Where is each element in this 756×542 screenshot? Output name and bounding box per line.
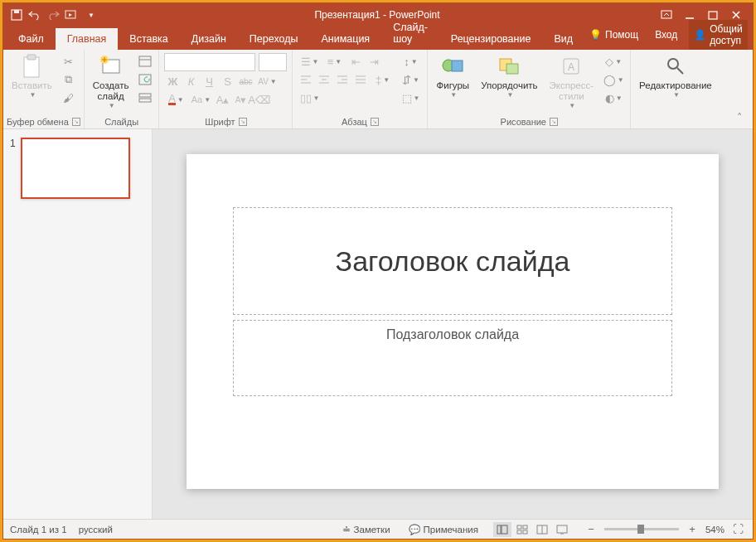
- normal-view-button[interactable]: [493, 522, 511, 537]
- zoom-handle[interactable]: [637, 525, 644, 534]
- start-from-beginning-icon[interactable]: [65, 8, 78, 22]
- shrink-font-button[interactable]: A▾: [232, 91, 249, 108]
- notes-icon: ≐: [342, 524, 351, 535]
- notes-button[interactable]: ≐Заметки: [339, 522, 394, 537]
- tab-file[interactable]: Файл: [7, 28, 56, 50]
- bold-button[interactable]: Ж: [164, 73, 181, 90]
- text-direction-button[interactable]: ↕▼: [399, 53, 422, 70]
- tab-transitions[interactable]: Переходы: [238, 28, 310, 50]
- tab-home[interactable]: Главная: [56, 28, 119, 50]
- tab-animations[interactable]: Анимация: [309, 28, 381, 50]
- char-spacing-button[interactable]: AV▼: [255, 73, 279, 90]
- quick-styles-button[interactable]: A Экспресс- стили▼: [545, 51, 599, 113]
- paragraph-launcher-icon[interactable]: ↘: [371, 118, 379, 126]
- status-bar: Слайд 1 из 1 русский ≐Заметки 💬Примечани…: [3, 519, 753, 539]
- svg-point-21: [668, 59, 678, 69]
- zoom-slider[interactable]: [604, 528, 679, 530]
- svg-rect-14: [139, 99, 151, 102]
- undo-icon[interactable]: [28, 8, 41, 22]
- share-button[interactable]: 👤Общий доступ: [689, 20, 748, 50]
- format-painter-button[interactable]: 🖌: [61, 90, 77, 106]
- reset-button[interactable]: [137, 71, 153, 88]
- slideshow-view-button[interactable]: [553, 522, 571, 537]
- drawing-launcher-icon[interactable]: ↘: [550, 118, 558, 126]
- tab-insert[interactable]: Вставка: [118, 28, 179, 50]
- svg-rect-6: [24, 57, 39, 77]
- slide-thumbnail-pane[interactable]: 1: [3, 129, 153, 519]
- slide[interactable]: Заголовок слайда Подзаголовок слайда: [187, 154, 719, 489]
- justify-button[interactable]: [352, 71, 369, 88]
- convert-smartart-button[interactable]: ⬚▼: [399, 90, 422, 106]
- decrease-indent-button[interactable]: ⇤: [347, 53, 364, 70]
- svg-rect-5: [709, 12, 717, 19]
- comments-button[interactable]: 💬Примечания: [405, 522, 482, 537]
- svg-rect-3: [662, 11, 671, 18]
- ribbon-tabs: Файл Главная Вставка Дизайн Переходы Ани…: [3, 27, 753, 50]
- svg-rect-16: [452, 60, 463, 71]
- layout-button[interactable]: [137, 53, 153, 70]
- font-launcher-icon[interactable]: ↘: [239, 118, 247, 126]
- align-left-button[interactable]: [298, 71, 314, 88]
- grow-font-button[interactable]: A▴: [214, 91, 230, 108]
- zoom-out-button[interactable]: −: [583, 521, 599, 538]
- section-button[interactable]: [137, 90, 153, 106]
- align-text-button[interactable]: ⇵▼: [399, 71, 422, 88]
- clear-formatting-button[interactable]: A⌫: [250, 91, 267, 108]
- zoom-value[interactable]: 54%: [705, 525, 724, 535]
- slide-counter[interactable]: Слайд 1 из 1: [10, 525, 67, 535]
- svg-text:A: A: [568, 61, 574, 73]
- collapse-ribbon-icon[interactable]: ˄: [731, 109, 748, 125]
- change-case-button[interactable]: Aa▼: [189, 91, 212, 108]
- fit-to-window-button[interactable]: ⛶: [729, 521, 746, 538]
- editing-button[interactable]: Редактирование▼: [634, 51, 717, 101]
- align-right-button[interactable]: [334, 71, 351, 88]
- shape-outline-button[interactable]: ◯▼: [602, 71, 625, 88]
- shape-effects-button[interactable]: ◐▼: [602, 90, 625, 106]
- thumbnail-preview[interactable]: [21, 138, 130, 199]
- redo-icon[interactable]: [46, 8, 60, 22]
- cut-button[interactable]: ✂: [61, 53, 77, 70]
- line-spacing-button[interactable]: ‡▼: [371, 71, 394, 88]
- tab-review[interactable]: Рецензирование: [439, 28, 543, 50]
- signin-button[interactable]: Вход: [650, 26, 682, 44]
- subtitle-placeholder[interactable]: Подзаголовок слайда: [233, 320, 672, 396]
- tab-slideshow[interactable]: Слайд-шоу: [381, 17, 439, 50]
- slide-sorter-view-button[interactable]: [513, 522, 531, 537]
- italic-button[interactable]: К: [182, 73, 199, 90]
- arrange-button[interactable]: Упорядочить▼: [476, 51, 542, 101]
- person-icon: 👤: [694, 29, 706, 41]
- thumbnail-1[interactable]: 1: [10, 138, 145, 199]
- tab-design[interactable]: Дизайн: [180, 28, 238, 50]
- slide-canvas-area[interactable]: Заголовок слайда Подзаголовок слайда: [153, 129, 753, 519]
- workspace: 1 Заголовок слайда Подзаголовок слайда: [3, 129, 753, 519]
- strikethrough-button[interactable]: abc: [237, 73, 254, 90]
- bullets-button[interactable]: ☰▼: [298, 53, 321, 70]
- qat-customize-icon[interactable]: ▼: [85, 8, 98, 22]
- save-icon[interactable]: [10, 8, 23, 22]
- font-size-combo[interactable]: [259, 53, 287, 71]
- new-slide-button[interactable]: Создать слайд ▼: [88, 51, 134, 113]
- svg-rect-1: [14, 10, 19, 13]
- tell-me-button[interactable]: 💡Помощ: [584, 26, 643, 44]
- find-icon: [663, 54, 688, 79]
- zoom-in-button[interactable]: +: [684, 521, 700, 538]
- numbering-button[interactable]: ≡▼: [322, 53, 346, 70]
- align-center-button[interactable]: [316, 71, 332, 88]
- clipboard-launcher-icon[interactable]: ↘: [72, 118, 80, 126]
- svg-rect-18: [506, 64, 518, 74]
- language-button[interactable]: русский: [79, 525, 113, 535]
- text-shadow-button[interactable]: S: [219, 73, 235, 90]
- font-color-button[interactable]: A▼: [164, 91, 187, 108]
- font-name-combo[interactable]: [164, 53, 255, 71]
- columns-button[interactable]: ▯▯▼: [298, 90, 321, 106]
- copy-button[interactable]: ⧉: [61, 71, 77, 88]
- shapes-button[interactable]: Фигуры▼: [431, 51, 474, 101]
- tab-view[interactable]: Вид: [542, 28, 584, 50]
- increase-indent-button[interactable]: ⇥: [366, 53, 382, 70]
- paste-button[interactable]: Вставить ▼: [7, 51, 57, 101]
- title-placeholder[interactable]: Заголовок слайда: [233, 207, 672, 315]
- underline-button[interactable]: Ч: [201, 73, 217, 90]
- shape-fill-button[interactable]: ◇▼: [602, 53, 625, 70]
- reading-view-button[interactable]: [533, 522, 551, 537]
- svg-rect-26: [523, 525, 527, 529]
